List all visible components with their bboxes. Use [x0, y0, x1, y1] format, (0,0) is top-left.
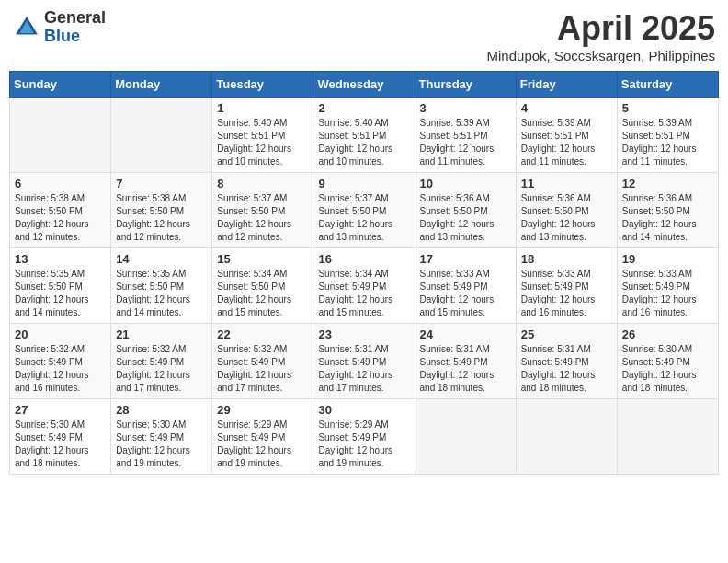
day-number: 4: [521, 101, 612, 115]
day-number: 15: [217, 252, 308, 266]
weekday-header-wednesday: Wednesday: [313, 72, 415, 98]
day-info: Sunrise: 5:35 AM Sunset: 5:50 PM Dayligh…: [15, 268, 106, 319]
day-number: 5: [622, 101, 713, 115]
day-info: Sunrise: 5:30 AM Sunset: 5:49 PM Dayligh…: [622, 343, 713, 395]
calendar-cell: 8Sunrise: 5:37 AM Sunset: 5:50 PM Daylig…: [212, 173, 313, 248]
calendar-cell: [516, 399, 617, 475]
logo-text: General Blue: [44, 9, 106, 46]
logo-icon: [13, 14, 40, 41]
day-number: 3: [420, 101, 511, 115]
calendar-cell: 11Sunrise: 5:36 AM Sunset: 5:50 PM Dayli…: [516, 173, 617, 248]
day-info: Sunrise: 5:39 AM Sunset: 5:51 PM Dayligh…: [521, 117, 612, 168]
calendar-cell: 15Sunrise: 5:34 AM Sunset: 5:50 PM Dayli…: [212, 248, 313, 324]
day-info: Sunrise: 5:31 AM Sunset: 5:49 PM Dayligh…: [521, 343, 612, 395]
calendar-cell: [111, 98, 212, 173]
day-number: 6: [15, 177, 106, 190]
day-number: 25: [521, 327, 612, 341]
day-info: Sunrise: 5:33 AM Sunset: 5:49 PM Dayligh…: [420, 268, 511, 319]
day-info: Sunrise: 5:36 AM Sunset: 5:50 PM Dayligh…: [521, 192, 612, 244]
calendar-cell: 19Sunrise: 5:33 AM Sunset: 5:49 PM Dayli…: [617, 248, 718, 324]
calendar-cell: 2Sunrise: 5:40 AM Sunset: 5:51 PM Daylig…: [313, 98, 415, 173]
weekday-header-sunday: Sunday: [10, 72, 111, 98]
day-info: Sunrise: 5:36 AM Sunset: 5:50 PM Dayligh…: [622, 192, 713, 244]
calendar-cell: 30Sunrise: 5:29 AM Sunset: 5:49 PM Dayli…: [313, 399, 415, 475]
day-number: 1: [217, 101, 308, 115]
calendar-cell: 1Sunrise: 5:40 AM Sunset: 5:51 PM Daylig…: [212, 98, 313, 173]
header: General Blue April 2025 Mindupok, Soccsk…: [9, 9, 719, 63]
calendar-cell: 28Sunrise: 5:30 AM Sunset: 5:49 PM Dayli…: [111, 399, 212, 475]
day-number: 27: [15, 403, 106, 417]
logo-blue-text: Blue: [44, 28, 106, 46]
day-info: Sunrise: 5:33 AM Sunset: 5:49 PM Dayligh…: [622, 268, 713, 319]
calendar-cell: 25Sunrise: 5:31 AM Sunset: 5:49 PM Dayli…: [516, 324, 617, 399]
month-year: April 2025: [487, 9, 715, 48]
day-number: 11: [521, 177, 612, 190]
day-number: 19: [622, 252, 713, 266]
calendar-cell: 27Sunrise: 5:30 AM Sunset: 5:49 PM Dayli…: [10, 399, 111, 475]
day-info: Sunrise: 5:36 AM Sunset: 5:50 PM Dayligh…: [420, 192, 511, 244]
day-number: 17: [420, 252, 511, 266]
day-number: 16: [318, 252, 409, 266]
logo: General Blue: [13, 9, 106, 46]
day-number: 2: [318, 101, 409, 115]
calendar-cell: 26Sunrise: 5:30 AM Sunset: 5:49 PM Dayli…: [617, 324, 718, 399]
week-row-4: 20Sunrise: 5:32 AM Sunset: 5:49 PM Dayli…: [10, 324, 719, 399]
calendar-cell: 14Sunrise: 5:35 AM Sunset: 5:50 PM Dayli…: [111, 248, 212, 324]
day-number: 20: [15, 327, 106, 341]
day-number: 22: [217, 327, 308, 341]
day-number: 8: [217, 177, 308, 190]
calendar-cell: 13Sunrise: 5:35 AM Sunset: 5:50 PM Dayli…: [10, 248, 111, 324]
weekday-header-thursday: Thursday: [415, 72, 516, 98]
calendar-cell: 10Sunrise: 5:36 AM Sunset: 5:50 PM Dayli…: [415, 173, 516, 248]
calendar-cell: 17Sunrise: 5:33 AM Sunset: 5:49 PM Dayli…: [415, 248, 516, 324]
calendar-cell: 29Sunrise: 5:29 AM Sunset: 5:49 PM Dayli…: [212, 399, 313, 475]
day-number: 9: [318, 177, 409, 190]
calendar-cell: [415, 399, 516, 475]
day-number: 24: [420, 327, 511, 341]
calendar-cell: 23Sunrise: 5:31 AM Sunset: 5:49 PM Dayli…: [313, 324, 415, 399]
day-info: Sunrise: 5:35 AM Sunset: 5:50 PM Dayligh…: [116, 268, 207, 319]
calendar-cell: 22Sunrise: 5:32 AM Sunset: 5:49 PM Dayli…: [212, 324, 313, 399]
day-number: 28: [116, 403, 207, 417]
day-info: Sunrise: 5:29 AM Sunset: 5:49 PM Dayligh…: [217, 419, 308, 470]
week-row-5: 27Sunrise: 5:30 AM Sunset: 5:49 PM Dayli…: [10, 399, 719, 475]
day-info: Sunrise: 5:37 AM Sunset: 5:50 PM Dayligh…: [318, 192, 409, 244]
day-info: Sunrise: 5:39 AM Sunset: 5:51 PM Dayligh…: [420, 117, 511, 168]
week-row-3: 13Sunrise: 5:35 AM Sunset: 5:50 PM Dayli…: [10, 248, 719, 324]
day-info: Sunrise: 5:40 AM Sunset: 5:51 PM Dayligh…: [217, 117, 308, 168]
calendar-cell: 6Sunrise: 5:38 AM Sunset: 5:50 PM Daylig…: [10, 173, 111, 248]
day-number: 29: [217, 403, 308, 417]
calendar-cell: 9Sunrise: 5:37 AM Sunset: 5:50 PM Daylig…: [313, 173, 415, 248]
day-info: Sunrise: 5:30 AM Sunset: 5:49 PM Dayligh…: [116, 419, 207, 470]
weekday-header-row: SundayMondayTuesdayWednesdayThursdayFrid…: [10, 72, 719, 98]
calendar-cell: 20Sunrise: 5:32 AM Sunset: 5:49 PM Dayli…: [10, 324, 111, 399]
calendar-cell: 18Sunrise: 5:33 AM Sunset: 5:49 PM Dayli…: [516, 248, 617, 324]
day-number: 12: [622, 177, 713, 190]
calendar-cell: [617, 399, 718, 475]
calendar-cell: 16Sunrise: 5:34 AM Sunset: 5:49 PM Dayli…: [313, 248, 415, 324]
day-number: 21: [116, 327, 207, 341]
weekday-header-tuesday: Tuesday: [212, 72, 313, 98]
day-number: 26: [622, 327, 713, 341]
day-number: 30: [318, 403, 409, 417]
day-info: Sunrise: 5:40 AM Sunset: 5:51 PM Dayligh…: [318, 117, 409, 168]
week-row-1: 1Sunrise: 5:40 AM Sunset: 5:51 PM Daylig…: [10, 98, 719, 173]
calendar-cell: [10, 98, 111, 173]
day-number: 13: [15, 252, 106, 266]
weekday-header-monday: Monday: [111, 72, 212, 98]
weekday-header-saturday: Saturday: [617, 72, 718, 98]
day-info: Sunrise: 5:32 AM Sunset: 5:49 PM Dayligh…: [15, 343, 106, 395]
day-info: Sunrise: 5:30 AM Sunset: 5:49 PM Dayligh…: [15, 419, 106, 470]
day-info: Sunrise: 5:38 AM Sunset: 5:50 PM Dayligh…: [116, 192, 207, 244]
calendar-cell: 4Sunrise: 5:39 AM Sunset: 5:51 PM Daylig…: [516, 98, 617, 173]
day-info: Sunrise: 5:38 AM Sunset: 5:50 PM Dayligh…: [15, 192, 106, 244]
calendar-cell: 24Sunrise: 5:31 AM Sunset: 5:49 PM Dayli…: [415, 324, 516, 399]
day-info: Sunrise: 5:29 AM Sunset: 5:49 PM Dayligh…: [318, 419, 409, 470]
day-info: Sunrise: 5:32 AM Sunset: 5:49 PM Dayligh…: [217, 343, 308, 395]
day-number: 7: [116, 177, 207, 190]
calendar-cell: 21Sunrise: 5:32 AM Sunset: 5:49 PM Dayli…: [111, 324, 212, 399]
logo-general-text: General: [44, 9, 106, 28]
day-info: Sunrise: 5:34 AM Sunset: 5:49 PM Dayligh…: [318, 268, 409, 319]
calendar-cell: 7Sunrise: 5:38 AM Sunset: 5:50 PM Daylig…: [111, 173, 212, 248]
title-area: April 2025 Mindupok, Soccsksargen, Phili…: [487, 9, 715, 63]
